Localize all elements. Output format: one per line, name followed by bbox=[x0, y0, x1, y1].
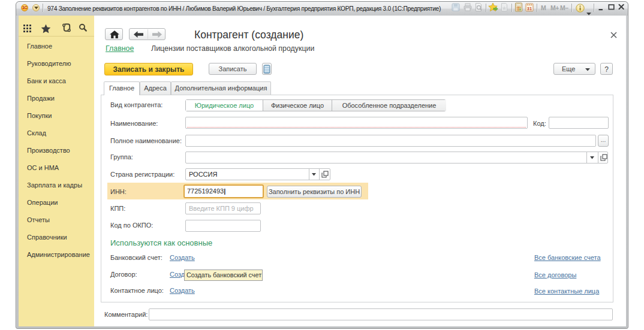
svg-text:31: 31 bbox=[527, 6, 532, 11]
